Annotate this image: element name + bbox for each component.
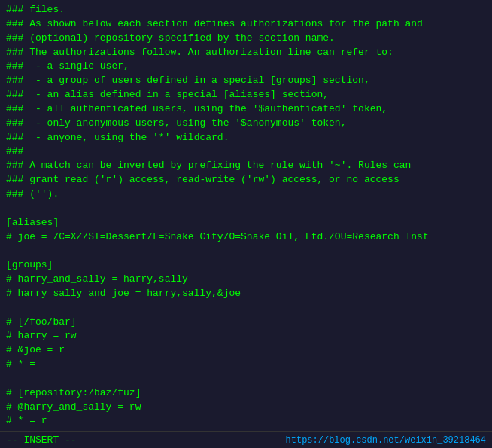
line-23: # [/foo/bar] bbox=[6, 315, 486, 330]
status-bar: -- INSERT -- https://blog.csdn.net/weixi… bbox=[0, 431, 492, 448]
line-4: ### The authorizations follow. An author… bbox=[6, 46, 486, 60]
line-2: ### As shown below each section defines … bbox=[6, 17, 486, 32]
line-11: ### bbox=[6, 145, 486, 159]
line-8: ### - all authenticated users, using the… bbox=[6, 102, 486, 117]
line-21: # harry_sally_and_joe = harry,sally,&joe bbox=[6, 287, 486, 301]
line-5: ### - a single user, bbox=[6, 59, 486, 74]
line-26: # * = bbox=[6, 358, 486, 372]
line-12: ### A match can be inverted by prefixing… bbox=[6, 159, 486, 173]
line-29: # @harry_and_sally = rw bbox=[6, 401, 486, 415]
line-9: ### - only anonymous users, using the '$… bbox=[6, 117, 486, 131]
line-19: [groups] bbox=[6, 258, 486, 273]
line-10: ### - anyone, using the '*' wildcard. bbox=[6, 131, 486, 145]
line-25: # &joe = r bbox=[6, 343, 486, 358]
blog-url: https://blog.csdn.net/weixin_39218464 bbox=[286, 435, 486, 446]
line-30: # * = r bbox=[6, 414, 486, 428]
code-area[interactable]: ### files. ### As shown below each secti… bbox=[0, 0, 492, 431]
line-7: ### - an alias defined in a special [ali… bbox=[6, 88, 486, 102]
line-15 bbox=[6, 202, 486, 216]
line-13: ### grant read ('r') access, read-write … bbox=[6, 173, 486, 187]
line-1: ### files. bbox=[6, 3, 486, 17]
line-14: ### (''). bbox=[6, 187, 486, 202]
line-3: ### (optional) repository specified by t… bbox=[6, 32, 486, 46]
editor-container: ### files. ### As shown below each secti… bbox=[0, 0, 492, 448]
line-27 bbox=[6, 372, 486, 386]
line-6: ### - a group of users defined in a spec… bbox=[6, 74, 486, 88]
line-28: # [repository:/baz/fuz] bbox=[6, 386, 486, 401]
line-16: [aliases] bbox=[6, 216, 486, 230]
line-24: # harry = rw bbox=[6, 329, 486, 343]
vim-mode-indicator: -- INSERT -- bbox=[6, 434, 77, 446]
line-18 bbox=[6, 244, 486, 258]
line-17: # joe = /C=XZ/ST=Dessert/L=Snake City/O=… bbox=[6, 230, 486, 245]
line-22 bbox=[6, 301, 486, 315]
line-20: # harry_and_sally = harry,sally bbox=[6, 273, 486, 287]
